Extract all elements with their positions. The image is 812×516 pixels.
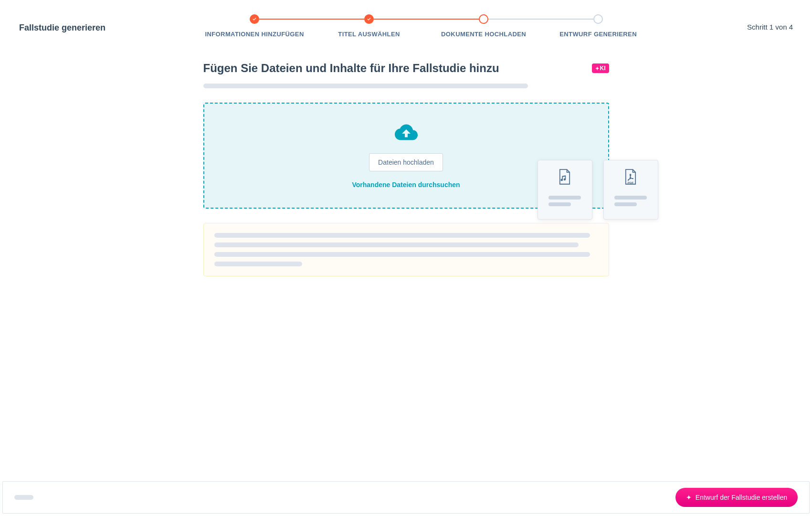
page-title-row: Fügen Sie Dateien und Inhalte für Ihre F…	[203, 62, 609, 75]
circle-icon	[479, 14, 488, 24]
footer-bar: Entwurf der Fallstudie erstellen	[2, 481, 810, 514]
file-name-placeholder	[614, 196, 647, 200]
header-stepper-bar: Fallstudie generieren INFORMATIONEN HINZ…	[0, 0, 812, 42]
check-icon	[250, 14, 259, 24]
circle-icon	[593, 14, 603, 24]
pdf-file-icon: PDF	[624, 169, 637, 196]
step-3[interactable]: DOKUMENTE HOCHLADEN	[426, 14, 541, 38]
step-2[interactable]: TITEL AUSWÄHLEN	[312, 14, 426, 38]
footer-left-placeholder	[14, 495, 33, 500]
info-placeholder-line	[214, 242, 579, 247]
file-meta-placeholder	[548, 202, 571, 206]
step-label: DOKUMENTE HOCHLADEN	[441, 31, 526, 38]
step-label: ENTWURF GENERIEREN	[559, 31, 637, 38]
intro-placeholder	[203, 84, 528, 88]
file-card-audio[interactable]	[538, 160, 592, 220]
generate-draft-button[interactable]: Entwurf der Fallstudie erstellen	[675, 488, 798, 507]
info-placeholder-line	[214, 252, 591, 257]
info-placeholder-line	[214, 262, 303, 266]
info-alert-box	[203, 223, 609, 276]
stepper: INFORMATIONEN HINZUFÜGEN TITEL AUSWÄHLEN…	[125, 14, 728, 38]
step-label: TITEL AUSWÄHLEN	[338, 31, 400, 38]
file-meta-placeholder	[614, 202, 637, 206]
music-file-icon	[558, 169, 571, 196]
page-title: Fügen Sie Dateien und Inhalte für Ihre F…	[203, 62, 499, 75]
info-placeholder-line	[214, 233, 591, 238]
ai-badge: KI	[592, 63, 609, 73]
file-name-placeholder	[548, 196, 581, 200]
step-counter: Schritt 1 von 4	[747, 23, 793, 31]
svg-text:PDF: PDF	[628, 181, 634, 184]
cloud-upload-icon	[395, 123, 418, 144]
file-card-pdf[interactable]: PDF	[603, 160, 658, 220]
browse-existing-link[interactable]: Vorhandene Dateien durchsuchen	[352, 181, 460, 189]
step-1[interactable]: INFORMATIONEN HINZUFÜGEN	[197, 14, 312, 38]
check-icon	[364, 14, 374, 24]
upload-files-button[interactable]: Dateien hochladen	[369, 153, 443, 171]
step-4[interactable]: ENTWURF GENERIEREN	[541, 14, 655, 38]
step-label: INFORMATIONEN HINZUFÜGEN	[205, 31, 304, 38]
header-title: Fallstudie generieren	[19, 23, 105, 33]
